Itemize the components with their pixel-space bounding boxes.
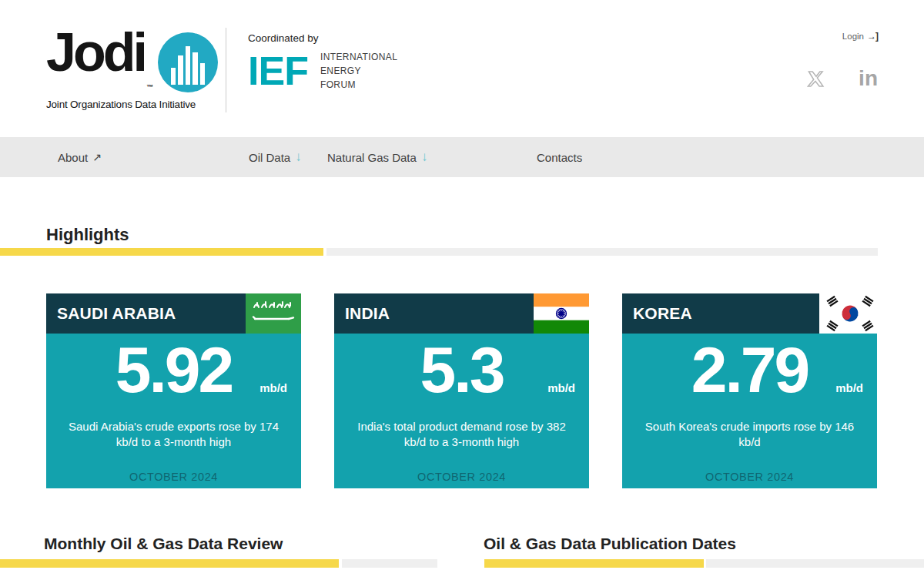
card-unit: mb/d	[547, 381, 575, 394]
dropdown-arrow-icon: ↓	[421, 149, 428, 165]
monthly-review-underline-yellow	[0, 559, 339, 568]
jodi-tagline: Joint Organizations Data Initiative	[46, 99, 218, 110]
dropdown-arrow-icon: ↓	[295, 149, 302, 165]
jodi-logo[interactable]: Jodi ™ Joint Organizations Data Initiati…	[46, 31, 218, 110]
card-country-title: INDIA	[334, 293, 534, 334]
card-country-title: SAUDI ARABIA	[46, 293, 246, 334]
monthly-review-underline-gray	[342, 559, 437, 568]
publication-dates-title: Oil & Gas Data Publication Dates	[484, 535, 736, 553]
card-header: SAUDI ARABIA	[46, 293, 301, 334]
india-flag	[534, 293, 589, 334]
card-header: INDIA	[334, 293, 589, 334]
ief-logo: IEF	[248, 53, 308, 89]
highlights-underline-gray	[326, 248, 878, 256]
monthly-review-title: Monthly Oil & Gas Data Review	[44, 535, 283, 553]
highlight-card-korea[interactable]: KOREA	[622, 293, 877, 488]
jodi-barchart-icon	[158, 32, 218, 92]
barchart-bars	[171, 45, 206, 85]
ief-name-line2: ENERGY	[320, 64, 397, 78]
external-link-arrow-icon: ↗	[92, 151, 102, 163]
nav-contacts-label: Contacts	[537, 151, 582, 164]
header-divider	[226, 28, 226, 112]
nav-about-label: About	[58, 151, 88, 164]
ief-name-line3: FORUM	[320, 78, 397, 92]
linkedin-icon[interactable]: in	[859, 68, 878, 89]
trademark-symbol: ™	[146, 83, 153, 91]
card-body: 2.79 mb/d South Korea's crude imports ro…	[622, 334, 877, 488]
card-body: 5.3 mb/d India's total product demand ro…	[334, 334, 589, 488]
highlight-card-saudi-arabia[interactable]: SAUDI ARABIA	[46, 293, 301, 488]
nav-item-contacts[interactable]: Contacts	[537, 137, 582, 177]
login-link[interactable]: Login →]	[842, 31, 878, 42]
x-twitter-icon[interactable]	[807, 70, 825, 88]
social-links: in	[807, 68, 878, 89]
publication-dates-underline-yellow	[484, 559, 704, 568]
card-period: OCTOBER 2024	[46, 471, 301, 483]
ief-name-line1: INTERNATIONAL	[320, 50, 397, 64]
coordinated-by-label: Coordinated by	[248, 32, 397, 44]
card-header: KOREA	[622, 293, 877, 334]
saudi-arabia-flag	[246, 293, 301, 334]
ief-full-name: INTERNATIONAL ENERGY FORUM	[320, 50, 397, 92]
card-unit: mb/d	[259, 381, 287, 394]
highlights-underline-yellow	[0, 248, 323, 256]
card-period: OCTOBER 2024	[334, 471, 589, 483]
card-period: OCTOBER 2024	[622, 471, 877, 483]
nav-item-oil-data[interactable]: Oil Data ↓	[249, 137, 302, 177]
nav-item-natural-gas-data[interactable]: Natural Gas Data ↓	[327, 137, 427, 177]
jodi-wordmark: Jodi	[46, 31, 145, 75]
card-description: Saudi Arabia's crude exports rose by 174…	[46, 419, 301, 450]
site-header: Jodi ™ Joint Organizations Data Initiati…	[0, 0, 924, 137]
publication-dates-underline-gray	[706, 559, 924, 568]
login-label: Login	[842, 32, 864, 41]
nav-item-about[interactable]: About ↗	[58, 137, 102, 177]
card-body: 5.92 mb/d Saudi Arabia's crude exports r…	[46, 334, 301, 488]
ief-logo-block[interactable]: Coordinated by IEF INTERNATIONAL ENERGY …	[248, 32, 397, 92]
card-country-title: KOREA	[622, 293, 819, 334]
card-description: India's total product demand rose by 382…	[334, 419, 589, 450]
highlights-title: Highlights	[46, 225, 129, 245]
jodi-homepage: Jodi ™ Joint Organizations Data Initiati…	[0, 0, 924, 570]
main-nav: About ↗ Oil Data ↓ Natural Gas Data ↓ Co…	[0, 137, 924, 177]
jodi-logo-row: Jodi ™	[46, 31, 218, 92]
nav-gas-label: Natural Gas Data	[327, 151, 417, 164]
highlight-cards: SAUDI ARABIA	[46, 293, 877, 488]
highlight-card-india[interactable]: INDIA 5.3 mb/d India's tota	[334, 293, 589, 488]
ief-logo-row: IEF INTERNATIONAL ENERGY FORUM	[248, 50, 397, 92]
login-icon: →]	[867, 31, 878, 42]
card-unit: mb/d	[835, 381, 863, 394]
south-korea-flag	[823, 293, 877, 334]
card-description: South Korea's crude imports rose by 146 …	[622, 419, 877, 450]
nav-oil-label: Oil Data	[249, 151, 290, 164]
